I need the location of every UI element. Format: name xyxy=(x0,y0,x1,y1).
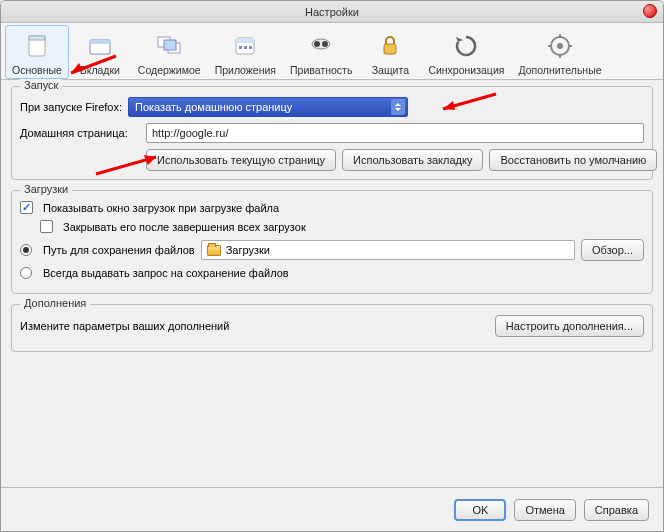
ask-always-radio[interactable] xyxy=(20,267,32,279)
svg-rect-8 xyxy=(236,38,254,43)
addons-text: Измените параметры ваших дополнений xyxy=(20,320,229,332)
download-folder-field[interactable]: Загрузки xyxy=(201,240,575,260)
security-icon xyxy=(374,30,406,62)
svg-rect-3 xyxy=(90,40,110,44)
svg-point-14 xyxy=(322,41,328,47)
svg-point-17 xyxy=(557,43,563,49)
tab-tabs[interactable]: Вкладки xyxy=(69,25,131,79)
select-value: Показать домашнюю страницу xyxy=(135,101,292,113)
updown-icon xyxy=(391,99,405,115)
apps-icon xyxy=(229,30,261,62)
close-after-checkbox[interactable] xyxy=(40,220,53,233)
downloads-group: Загрузки Показывать окно загрузок при за… xyxy=(11,190,653,294)
toolbar: Основные Вкладки Содержимое Приложения П… xyxy=(1,23,663,80)
restore-default-button[interactable]: Восстановить по умолчанию xyxy=(489,149,657,171)
general-icon xyxy=(21,30,53,62)
close-icon[interactable] xyxy=(643,4,657,18)
sync-icon xyxy=(450,30,482,62)
tab-privacy[interactable]: Приватность xyxy=(283,25,359,79)
tab-label: Защита xyxy=(372,64,409,76)
folder-name: Загрузки xyxy=(226,244,270,256)
tab-general[interactable]: Основные xyxy=(5,25,69,79)
svg-rect-1 xyxy=(29,36,45,40)
configure-addons-button[interactable]: Настроить дополнения... xyxy=(495,315,644,337)
save-path-label: Путь для сохранения файлов xyxy=(43,244,195,256)
startup-action-select[interactable]: Показать домашнюю страницу xyxy=(128,97,408,117)
tab-applications[interactable]: Приложения xyxy=(208,25,283,79)
addons-group: Дополнения Измените параметры ваших допо… xyxy=(11,304,653,352)
help-button[interactable]: Справка xyxy=(584,499,649,521)
startup-when-label: При запуске Firefox: xyxy=(20,101,122,113)
tab-security[interactable]: Защита xyxy=(359,25,421,79)
tab-label: Основные xyxy=(12,64,62,76)
folder-icon xyxy=(207,245,221,256)
content-icon xyxy=(153,30,185,62)
startup-group: Запуск При запуске Firefox: Показать дом… xyxy=(11,86,653,180)
tab-content[interactable]: Содержимое xyxy=(131,25,208,79)
tabs-icon xyxy=(84,30,116,62)
show-downloads-label: Показывать окно загрузок при загрузке фа… xyxy=(43,202,279,214)
tab-label: Вкладки xyxy=(80,64,120,76)
dialog-footer: OK Отмена Справка xyxy=(1,487,663,531)
svg-rect-9 xyxy=(239,46,242,49)
group-legend: Запуск xyxy=(20,79,62,91)
privacy-icon xyxy=(305,30,337,62)
use-bookmark-button[interactable]: Использовать закладку xyxy=(342,149,483,171)
titlebar: Настройки xyxy=(1,1,663,23)
save-path-radio[interactable] xyxy=(20,244,32,256)
tab-label: Содержимое xyxy=(138,64,201,76)
svg-rect-6 xyxy=(164,40,176,50)
show-downloads-checkbox[interactable] xyxy=(20,201,33,214)
browse-button[interactable]: Обзор... xyxy=(581,239,644,261)
ask-always-label: Всегда выдавать запрос на сохранение фай… xyxy=(43,267,289,279)
tab-label: Приложения xyxy=(215,64,276,76)
group-legend: Загрузки xyxy=(20,183,72,195)
tab-label: Приватность xyxy=(290,64,352,76)
cancel-button[interactable]: Отмена xyxy=(514,499,575,521)
svg-rect-11 xyxy=(249,46,252,49)
svg-rect-10 xyxy=(244,46,247,49)
close-after-label: Закрывать его после завершения всех загр… xyxy=(63,221,306,233)
tab-label: Синхронизация xyxy=(428,64,504,76)
ok-button[interactable]: OK xyxy=(454,499,506,521)
homepage-input[interactable]: http://google.ru/ xyxy=(146,123,644,143)
window-title: Настройки xyxy=(305,6,359,18)
tab-label: Дополнительные xyxy=(518,64,601,76)
svg-point-13 xyxy=(314,41,320,47)
svg-rect-15 xyxy=(384,44,396,54)
group-legend: Дополнения xyxy=(20,297,90,309)
advanced-icon xyxy=(544,30,576,62)
use-current-page-button[interactable]: Использовать текущую страницу xyxy=(146,149,336,171)
tab-sync[interactable]: Синхронизация xyxy=(421,25,511,79)
tab-advanced[interactable]: Дополнительные xyxy=(511,25,608,79)
homepage-label: Домашняя страница: xyxy=(20,127,140,139)
